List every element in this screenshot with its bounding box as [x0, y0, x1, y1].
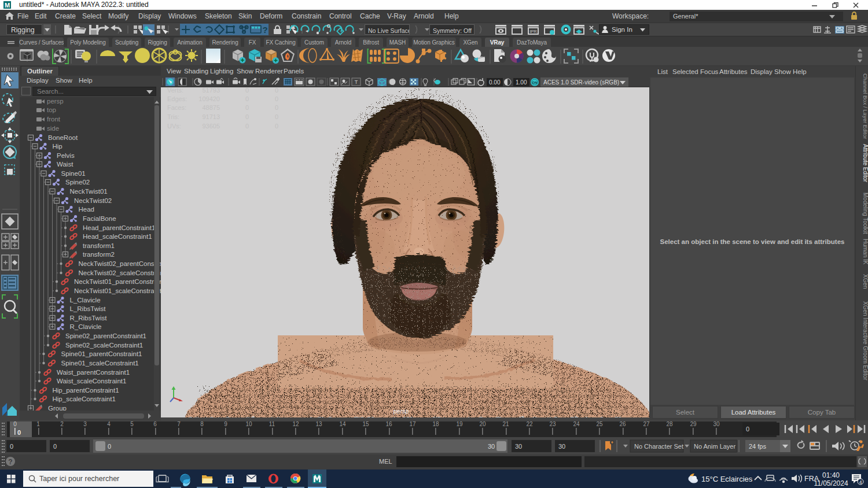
- svg-text:Head: Head: [79, 206, 95, 213]
- svg-text:NeckTwist02_scaleConstraint: NeckTwist02_scaleConstraint: [79, 269, 161, 276]
- svg-text:Spine01_scaleConstraint1: Spine01_scaleConstraint1: [61, 360, 139, 367]
- svg-text:Spine02_parentConstraint1: Spine02_parentConstraint1: [65, 332, 146, 339]
- svg-text:8: 8: [200, 421, 204, 427]
- svg-text:T: T: [355, 79, 358, 85]
- svg-text:27: 27: [643, 421, 650, 427]
- svg-text:3: 3: [83, 421, 87, 427]
- svg-text:NeckTwist01_parentConstraint: NeckTwist01_parentConstraint: [74, 278, 161, 285]
- svg-text:48875: 48875: [202, 104, 220, 111]
- svg-text:Spine02_scaleConstraint1: Spine02_scaleConstraint1: [65, 342, 143, 349]
- svg-text:0: 0: [245, 123, 249, 130]
- svg-text:Hip_parentConstraint1: Hip_parentConstraint1: [53, 387, 119, 394]
- svg-text:R_RibsTwist: R_RibsTwist: [70, 315, 108, 321]
- svg-text:MEL: MEL: [379, 458, 392, 465]
- svg-text:R_Clavicle: R_Clavicle: [70, 323, 102, 330]
- svg-text:6: 6: [153, 421, 157, 427]
- svg-text:51793: 51793: [202, 87, 220, 94]
- svg-text:Waist: Waist: [57, 161, 73, 168]
- svg-text:10: 10: [245, 421, 252, 427]
- svg-text:Tris:: Tris:: [167, 113, 179, 120]
- svg-text:18: 18: [432, 421, 439, 427]
- svg-text:9: 9: [224, 421, 227, 427]
- svg-text:0: 0: [10, 443, 13, 450]
- svg-text:24: 24: [573, 421, 580, 427]
- svg-text:0: 0: [245, 95, 249, 102]
- svg-text:UVs:: UVs:: [167, 123, 181, 130]
- svg-text:0: 0: [275, 113, 278, 120]
- svg-text:13: 13: [315, 421, 322, 427]
- svg-text:1.00: 1.00: [516, 79, 527, 86]
- svg-text:21: 21: [502, 421, 509, 427]
- svg-text:Waist_parentConstraint1: Waist_parentConstraint1: [57, 369, 130, 376]
- svg-text:16: 16: [385, 421, 392, 427]
- svg-text:30: 30: [488, 443, 495, 450]
- svg-text:7: 7: [177, 421, 181, 427]
- svg-text:22: 22: [526, 421, 533, 427]
- svg-text:0: 0: [108, 443, 111, 450]
- svg-text:0: 0: [245, 104, 249, 111]
- svg-text:0: 0: [245, 87, 249, 94]
- svg-text:0: 0: [746, 426, 749, 432]
- svg-text:M: M: [5, 2, 10, 9]
- svg-text:0.00: 0.00: [489, 79, 501, 86]
- svg-text:Head_parentConstraint1: Head_parentConstraint1: [83, 224, 155, 231]
- svg-text:Spine01: Spine01: [61, 170, 86, 177]
- svg-text:Waist_scaleConstraint1: Waist_scaleConstraint1: [57, 378, 126, 385]
- svg-text:FacialBone: FacialBone: [83, 215, 116, 222]
- svg-text:transform2: transform2: [83, 251, 115, 258]
- svg-text:0: 0: [275, 87, 278, 94]
- svg-text:11: 11: [269, 421, 275, 427]
- svg-text:front: front: [47, 116, 61, 123]
- svg-text:4: 4: [859, 479, 862, 485]
- svg-text:15°C Eclaircies: 15°C Eclaircies: [701, 475, 753, 483]
- svg-text:Faces:: Faces:: [167, 104, 186, 111]
- svg-text:17: 17: [409, 421, 416, 427]
- svg-text:?: ?: [8, 458, 12, 466]
- svg-text:11/05/2024: 11/05/2024: [814, 479, 848, 487]
- svg-text:persp: persp: [393, 408, 409, 415]
- svg-text:0: 0: [275, 104, 278, 111]
- svg-text:Hip: Hip: [53, 143, 62, 150]
- svg-text:Head_scaleConstraint1: Head_scaleConstraint1: [83, 233, 152, 240]
- svg-text:4: 4: [107, 421, 111, 427]
- svg-text:24 fps: 24 fps: [749, 443, 766, 450]
- svg-text:20: 20: [479, 421, 486, 427]
- svg-text:23: 23: [549, 421, 556, 427]
- svg-text:No Character Set: No Character Set: [634, 443, 683, 450]
- svg-text:L_RibsTwist: L_RibsTwist: [70, 305, 106, 312]
- svg-text:93605: 93605: [202, 123, 220, 130]
- svg-text:0: 0: [17, 429, 21, 436]
- svg-text:BoneRoot: BoneRoot: [48, 134, 78, 141]
- svg-text:1: 1: [36, 421, 40, 427]
- svg-text:30: 30: [713, 421, 720, 427]
- svg-text:NeckTwist01_scaleConstraint1: NeckTwist01_scaleConstraint1: [74, 287, 161, 294]
- svg-text:0: 0: [275, 95, 278, 102]
- svg-text:ON: ON: [532, 81, 538, 84]
- svg-text:15: 15: [362, 421, 369, 427]
- svg-text:Spine02: Spine02: [65, 179, 90, 186]
- svg-text:91713: 91713: [202, 113, 220, 120]
- svg-text:5: 5: [130, 421, 134, 427]
- svg-text:19: 19: [456, 421, 463, 427]
- svg-text:0: 0: [245, 113, 249, 120]
- svg-text:0: 0: [53, 443, 57, 450]
- svg-text:29: 29: [690, 421, 697, 427]
- svg-text:12: 12: [292, 421, 299, 427]
- svg-text:28: 28: [666, 421, 673, 427]
- svg-text:IPR: IPR: [529, 29, 537, 34]
- svg-text:?: ?: [262, 25, 267, 35]
- svg-text:30: 30: [515, 443, 522, 450]
- svg-text:top: top: [47, 106, 56, 113]
- svg-text:Spine01_parentConstraint1: Spine01_parentConstraint1: [61, 350, 142, 357]
- svg-text:ACES 1.0 SDR-video (sRGB): ACES 1.0 SDR-video (sRGB): [543, 79, 619, 86]
- svg-text:01:40: 01:40: [822, 471, 840, 479]
- svg-text:Edges:: Edges:: [167, 95, 187, 102]
- svg-text:L_Clavicle: L_Clavicle: [70, 297, 101, 304]
- svg-text:14: 14: [339, 421, 346, 427]
- svg-text:NeckTwist01: NeckTwist01: [70, 188, 108, 195]
- svg-text:0: 0: [13, 421, 17, 427]
- svg-text:transform1: transform1: [83, 242, 115, 249]
- svg-text:NeckTwist02_parentConstrai: NeckTwist02_parentConstrai: [79, 260, 161, 267]
- svg-text:25: 25: [596, 421, 603, 427]
- svg-text:Hip_scaleConstraint1: Hip_scaleConstraint1: [53, 395, 116, 402]
